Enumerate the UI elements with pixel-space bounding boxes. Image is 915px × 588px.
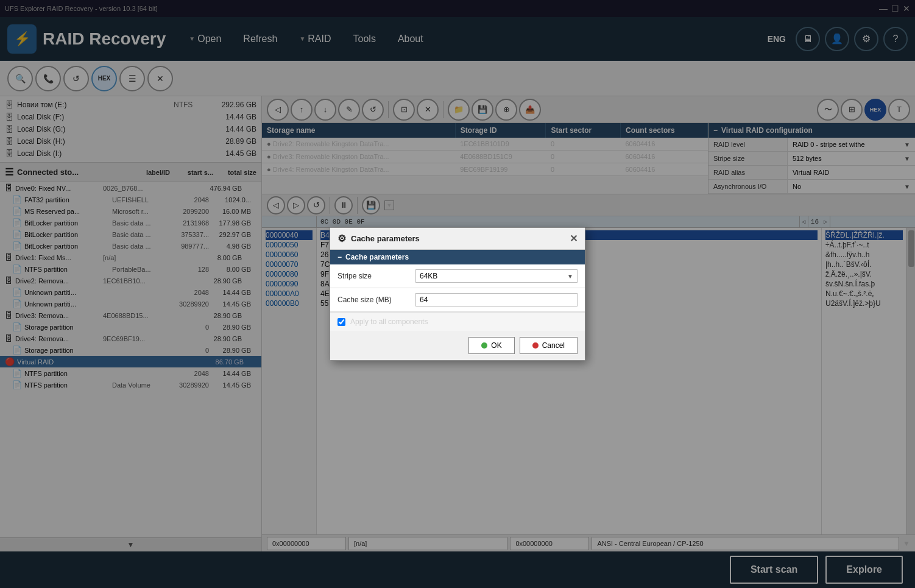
modal-section-title: Cache parameters bbox=[345, 253, 409, 261]
modal-title-bar: ⚙ Cache parameters ✕ bbox=[330, 228, 585, 250]
cancel-dot-icon bbox=[532, 342, 539, 349]
modal-value-cache[interactable]: 64 bbox=[415, 293, 578, 306]
modal-label-stripe: Stripe size bbox=[337, 272, 411, 280]
apply-all-label: Apply to all components bbox=[350, 317, 428, 326]
cache-parameters-modal: ⚙ Cache parameters ✕ − Cache parameters … bbox=[330, 227, 585, 361]
modal-row-stripe: Stripe size 64KB ▼ bbox=[330, 264, 585, 288]
ok-dot-icon bbox=[481, 342, 487, 349]
modal-label-cache: Cache size (MB) bbox=[337, 296, 411, 304]
modal-ok-button[interactable]: OK bbox=[468, 337, 514, 354]
modal-section-header: − Cache parameters bbox=[330, 250, 585, 264]
stripe-dropdown-icon: ▼ bbox=[567, 273, 573, 280]
modal-btn-row: OK Cancel bbox=[330, 331, 585, 360]
apply-all-checkbox[interactable] bbox=[337, 318, 345, 326]
modal-title: Cache parameters bbox=[351, 234, 420, 243]
modal-icon: ⚙ bbox=[337, 233, 346, 244]
modal-close-btn[interactable]: ✕ bbox=[570, 233, 578, 244]
modal-row-cache: Cache size (MB) 64 bbox=[330, 288, 585, 312]
modal-overlay: ⚙ Cache parameters ✕ − Cache parameters … bbox=[0, 0, 915, 588]
modal-checkbox-row: Apply to all components bbox=[330, 312, 585, 331]
modal-value-stripe[interactable]: 64KB ▼ bbox=[415, 269, 578, 283]
modal-cancel-button[interactable]: Cancel bbox=[520, 337, 578, 354]
modal-section-minus[interactable]: − bbox=[337, 253, 342, 261]
